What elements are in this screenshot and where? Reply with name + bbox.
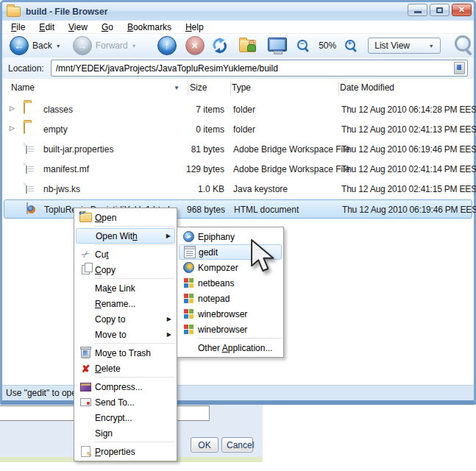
- stop-button[interactable]: ✕: [185, 36, 205, 55]
- submenu-item-netbeans[interactable]: netbeans: [179, 275, 282, 291]
- submenu-item-other-application[interactable]: Other Application...: [179, 340, 282, 355]
- menu-item-move-to-trash[interactable]: Move to Trash: [76, 345, 175, 361]
- computer-icon[interactable]: [268, 38, 288, 52]
- menu-item-open[interactable]: Open: [76, 210, 175, 225]
- search-icon[interactable]: [452, 35, 474, 57]
- expander-icon[interactable]: ▷: [10, 124, 15, 132]
- menu-go[interactable]: Go: [102, 22, 113, 32]
- expander-icon[interactable]: ▷: [10, 105, 15, 112]
- windows-logo-icon: [184, 278, 193, 288]
- file-date: Thu 12 Aug 2010 06:19:46 PM EEST: [342, 205, 476, 215]
- minimize-button[interactable]: [408, 4, 427, 16]
- cancel-button[interactable]: Cancel: [221, 437, 253, 453]
- windows-logo-icon: [184, 294, 193, 303]
- menu-file[interactable]: File: [11, 22, 25, 32]
- menu-item-copy[interactable]: Copy: [76, 262, 175, 277]
- compress-icon: [80, 383, 91, 392]
- folder-icon: [24, 102, 25, 114]
- menu-view[interactable]: View: [68, 22, 88, 32]
- window-controls: ✕: [408, 4, 472, 16]
- file-type: Adobe Bridge Workspace File: [233, 164, 350, 174]
- file-name: classes: [43, 105, 73, 115]
- copy-icon: [82, 265, 90, 275]
- file-name: nb-jws.ks: [43, 184, 80, 194]
- zoom-out-icon: −: [300, 40, 304, 47]
- forward-label: Forward: [96, 40, 128, 51]
- menu-separator: [94, 226, 174, 227]
- menu-edit[interactable]: Edit: [39, 22, 54, 32]
- table-row-empty[interactable]: ▷ empty 0 items folder Thu 12 Aug 2010 0…: [4, 120, 472, 139]
- view-mode-caret-icon: ▼: [429, 43, 434, 49]
- menu-item-send-to[interactable]: Send To...: [76, 394, 175, 410]
- column-resize-handle[interactable]: [338, 81, 339, 96]
- file-size: 129 bytes: [136, 164, 224, 174]
- location-edit-icon[interactable]: [454, 62, 465, 74]
- menu-item-sign[interactable]: Sign: [76, 425, 175, 441]
- titlebar[interactable]: build - File Browser ✕: [2, 2, 474, 21]
- menu-item-cut[interactable]: ✂ Cut: [76, 247, 175, 262]
- up-button[interactable]: ↑: [157, 36, 177, 55]
- maximize-button[interactable]: [430, 4, 450, 16]
- location-bar: Location:: [2, 57, 474, 79]
- ok-button[interactable]: OK: [191, 437, 219, 453]
- file-date: Thu 12 Aug 2010 06:14:28 PM EEST: [341, 105, 476, 115]
- file-icon: [26, 182, 27, 194]
- menu-separator: [94, 377, 174, 378]
- column-headers: Name ▼ Size Type Date Modified: [2, 79, 474, 99]
- back-arrow-icon: ←: [14, 40, 24, 51]
- file-type: HTML document: [234, 205, 299, 215]
- delete-icon: ✘: [82, 364, 90, 374]
- menu-help[interactable]: Help: [185, 22, 204, 32]
- location-input[interactable]: [51, 60, 454, 76]
- refresh-icon[interactable]: [210, 37, 229, 54]
- table-row-built-jar[interactable]: built-jar.properties 81 bytes Adobe Brid…: [4, 140, 472, 159]
- view-mode-select[interactable]: List View ▼: [368, 38, 440, 54]
- submenu-item-winebrowser-2[interactable]: winebrowser: [179, 322, 282, 337]
- toolbar: ← Back ▼ → Forward ▼ ↑ ✕ − 50% +: [2, 34, 474, 58]
- table-row-manifest[interactable]: manifest.mf 129 bytes Adobe Bridge Works…: [4, 160, 472, 179]
- table-row-nb-jws[interactable]: nb-jws.ks 1.0 KB Java keystore Thu 12 Au…: [4, 180, 472, 199]
- column-resize-handle[interactable]: [188, 81, 188, 96]
- forward-dropdown-icon[interactable]: ▼: [132, 43, 137, 49]
- file-date: Thu 12 Aug 2010 06:19:46 PM EEST: [341, 144, 476, 155]
- column-header-date[interactable]: Date Modified: [340, 82, 394, 93]
- folder-icon: [24, 122, 25, 134]
- column-header-type[interactable]: Type: [232, 82, 251, 93]
- home-folder-icon[interactable]: [239, 40, 256, 52]
- up-arrow-icon: ↑: [164, 40, 169, 51]
- location-label: Location:: [8, 63, 44, 74]
- table-row-classes[interactable]: ▷ classes 7 items folder Thu 12 Aug 2010…: [4, 100, 472, 119]
- menu-item-rename[interactable]: Rename...: [76, 296, 175, 311]
- menu-item-open-with[interactable]: Open With ▶: [76, 228, 175, 244]
- column-header-name[interactable]: Name: [11, 82, 35, 93]
- forward-button[interactable]: →: [73, 36, 92, 55]
- submenu-item-winebrowser-1[interactable]: winebrowser: [179, 306, 282, 322]
- menu-bookmarks[interactable]: Bookmarks: [127, 22, 171, 32]
- menu-separator: [94, 278, 174, 279]
- back-dropdown-icon[interactable]: ▼: [56, 43, 61, 49]
- menu-item-move-to[interactable]: Move to ▶: [76, 327, 175, 342]
- file-name: manifest.mf: [43, 164, 89, 174]
- menu-item-copy-to[interactable]: Copy to ▶: [76, 311, 175, 327]
- maximize-icon: [436, 7, 443, 13]
- menu-item-make-link[interactable]: Make Link: [76, 280, 175, 296]
- submenu-item-notepad[interactable]: notepad: [179, 291, 282, 306]
- zoom-out-button[interactable]: −: [297, 40, 310, 52]
- column-resize-handle[interactable]: [230, 81, 231, 96]
- menu-item-encrypt[interactable]: Encrypt...: [76, 410, 175, 425]
- submenu-arrow-icon: ▶: [167, 316, 171, 322]
- zoom-in-button[interactable]: +: [345, 40, 358, 52]
- window-title: build - File Browser: [26, 7, 107, 17]
- windows-logo-icon: [184, 325, 193, 334]
- close-button[interactable]: ✕: [452, 4, 472, 16]
- menu-item-properties[interactable]: ✎ Properties: [76, 444, 175, 459]
- properties-icon: ✎: [81, 446, 90, 457]
- column-header-size[interactable]: Size: [190, 82, 207, 93]
- kompozer-icon: [183, 262, 194, 273]
- back-button[interactable]: ←: [10, 36, 29, 55]
- file-size: 1.0 KB: [136, 184, 224, 194]
- firefox-html-icon: [26, 202, 28, 214]
- mouse-cursor-icon: [249, 239, 278, 273]
- menu-item-compress[interactable]: Compress...: [76, 379, 175, 394]
- menu-item-delete[interactable]: ✘ Delete: [76, 361, 175, 376]
